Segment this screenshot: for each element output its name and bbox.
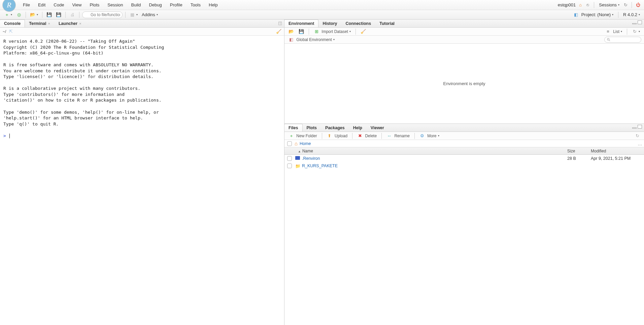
new-file-button[interactable]: ＋▾ — [3, 11, 13, 18]
tab-terminal[interactable]: Terminal× — [25, 20, 55, 27]
separator — [322, 133, 322, 139]
separator — [632, 2, 632, 8]
addins-button[interactable]: Addins▾ — [140, 11, 159, 18]
grid-button[interactable]: ▦▾ — [128, 11, 139, 18]
separator — [381, 133, 382, 139]
env-toolbar: 📂 💾 ⊞ Import Dataset▾ 🧹 ≡ List▾ ↻▾ — [284, 28, 644, 36]
pane-controls — [632, 21, 642, 24]
clear-console-icon[interactable]: 🧹 — [276, 29, 281, 34]
maximize-pane-icon[interactable] — [638, 125, 642, 129]
col-modified[interactable]: Modified — [591, 149, 641, 153]
env-scope-bar: ◧ Global Environment▾ — [284, 36, 644, 44]
upload-button[interactable]: ⬆ Upload — [326, 133, 349, 139]
file-row[interactable]: .Renviron 28 B Apr 9, 2021, 5:21 PM — [284, 155, 644, 162]
menu-build[interactable]: Build — [127, 1, 145, 9]
view-mode-button[interactable]: ≡ List▾ — [604, 28, 623, 35]
more-button[interactable]: ⚙ More▾ — [418, 133, 441, 139]
menubar-right: estqp001 ⌂ ⎋ Sessions▾ ↻ ⏻ — [558, 2, 644, 8]
menu-plots[interactable]: Plots — [86, 1, 103, 9]
tab-connections[interactable]: Connections — [341, 20, 375, 27]
home-icon[interactable]: ⌂ — [295, 141, 298, 146]
maximize-pane-icon[interactable] — [638, 21, 642, 24]
file-row[interactable]: 📁 R_KURS_PAKETE — [284, 162, 644, 170]
minimize-pane-icon[interactable] — [632, 23, 637, 24]
tab-console[interactable]: Console — [0, 20, 25, 27]
files-tabstrip: Files Plots Packages Help Viewer — [284, 124, 644, 132]
col-size[interactable]: Size — [567, 149, 591, 153]
save-all-button[interactable]: 💾 — [55, 11, 63, 18]
row-checkbox[interactable] — [287, 164, 292, 168]
file-name[interactable]: .Renviron — [302, 156, 567, 161]
sort-asc-icon: ▲ — [298, 150, 301, 153]
refresh-icon[interactable]: ↻ — [623, 2, 628, 8]
menu-session[interactable]: Session — [103, 1, 127, 9]
menu-debug[interactable]: Debug — [145, 1, 166, 9]
file-icon — [295, 156, 300, 160]
tab-viewer[interactable]: Viewer — [366, 124, 388, 132]
open-file-button[interactable]: 📂▾ — [29, 11, 39, 18]
console-path: ~/ — [3, 29, 6, 34]
sessions-button[interactable]: Sessions▾ — [598, 2, 621, 8]
separator — [26, 12, 26, 18]
delete-button[interactable]: ✖ Delete — [356, 133, 378, 139]
close-icon[interactable]: × — [79, 22, 81, 26]
path-menu-icon[interactable]: … — [638, 141, 643, 146]
menu-help[interactable]: Help — [205, 1, 222, 9]
env-empty-message: Environment is empty — [284, 44, 644, 123]
quit-session-icon[interactable]: ⎋ — [585, 2, 590, 8]
env-scope-button[interactable]: ◧ Global Environment▾ — [287, 36, 336, 43]
tab-history[interactable]: History — [318, 20, 341, 27]
separator — [42, 12, 42, 18]
files-pane: Files Plots Packages Help Viewer ＋ New F… — [284, 124, 644, 325]
menu-file[interactable]: File — [19, 1, 34, 9]
row-checkbox[interactable] — [287, 156, 292, 161]
separator — [309, 29, 309, 35]
new-project-button[interactable]: ◎ — [15, 11, 23, 18]
load-workspace-button[interactable]: 📂 — [287, 28, 295, 35]
separator — [627, 29, 627, 35]
separator — [594, 2, 594, 8]
save-button[interactable]: 💾 — [45, 11, 53, 18]
home-icon[interactable]: ⌂ — [578, 2, 583, 8]
tab-files[interactable]: Files — [284, 124, 303, 132]
power-icon[interactable]: ⏻ — [635, 2, 641, 8]
menu-profile[interactable]: Profile — [166, 1, 187, 9]
menu-tools[interactable]: Tools — [187, 1, 205, 9]
pane-layout-icon[interactable]: ◫ — [277, 20, 283, 26]
menu-view[interactable]: View — [68, 1, 86, 9]
refresh-env-icon[interactable]: ↻▾ — [631, 28, 641, 35]
goto-file-field[interactable]: ➔ — [82, 11, 123, 18]
console-output[interactable]: R version 4.0.2 (2020-06-22) -- "Taking … — [0, 36, 284, 325]
expand-path-icon[interactable]: ⇱ — [8, 29, 13, 34]
r-version-menu[interactable]: R 4.0.2▾ — [622, 11, 641, 18]
refresh-files-icon[interactable]: ↻ — [633, 133, 641, 139]
files-breadcrumb: ⌂ Home … — [284, 140, 644, 147]
tab-plots[interactable]: Plots — [302, 124, 321, 132]
breadcrumb-home[interactable]: Home — [300, 141, 311, 146]
close-icon[interactable]: × — [48, 22, 50, 26]
rename-button[interactable]: ↔ Rename — [385, 133, 411, 139]
console-pane: Console Terminal× Launcher× ◫ ~/ ⇱ 🧹 R v… — [0, 20, 284, 325]
tab-launcher[interactable]: Launcher× — [54, 20, 86, 27]
col-name[interactable]: ▲Name — [298, 149, 567, 153]
files-header: ▲Name Size Modified — [284, 147, 644, 155]
tab-tutorial[interactable]: Tutorial — [375, 20, 399, 27]
save-workspace-button[interactable]: 💾 — [297, 28, 305, 35]
project-menu[interactable]: ◧ Project: (None)▾ — [572, 11, 615, 18]
goto-file-input[interactable] — [82, 11, 123, 18]
tab-packages[interactable]: Packages — [321, 124, 349, 132]
env-search-input[interactable] — [604, 37, 641, 43]
separator — [79, 12, 79, 18]
file-name[interactable]: R_KURS_PAKETE — [302, 164, 567, 168]
tab-help[interactable]: Help — [349, 124, 367, 132]
menu-edit[interactable]: Edit — [34, 1, 49, 9]
clear-env-button[interactable]: 🧹 — [359, 28, 367, 35]
new-folder-button[interactable]: ＋ New Folder — [287, 133, 318, 139]
minimize-pane-icon[interactable] — [632, 128, 637, 129]
menubar-items: File Edit Code View Plots Session Build … — [19, 1, 222, 9]
import-dataset-button[interactable]: ⊞ Import Dataset▾ — [312, 28, 352, 35]
select-all-checkbox[interactable] — [287, 141, 292, 146]
tab-environment[interactable]: Environment — [284, 20, 318, 27]
menu-code[interactable]: Code — [49, 1, 68, 9]
print-button[interactable]: 🖨 — [68, 11, 76, 18]
